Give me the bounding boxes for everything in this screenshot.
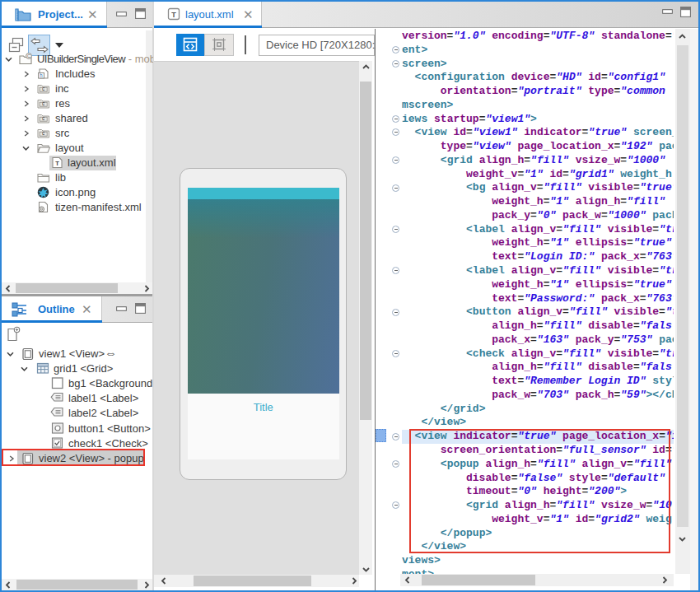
svg-text:T: T — [55, 160, 59, 167]
svg-text:C: C — [27, 54, 30, 58]
svg-text:T: T — [171, 11, 176, 19]
svg-text:h: h — [40, 72, 43, 78]
